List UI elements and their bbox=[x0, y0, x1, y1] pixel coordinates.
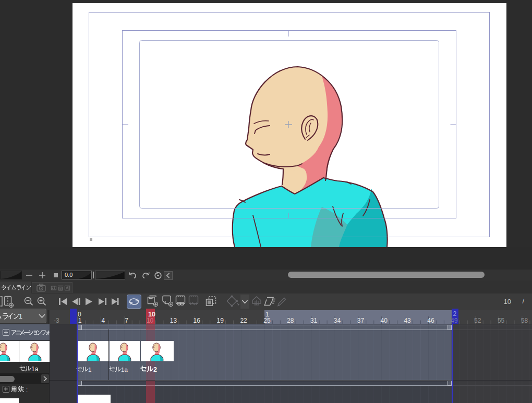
svg-text:13: 13 bbox=[170, 317, 177, 324]
svg-text:7: 7 bbox=[125, 317, 128, 324]
svg-text:10: 10 bbox=[148, 311, 155, 318]
svg-text:2: 2 bbox=[153, 366, 157, 373]
svg-text::: : bbox=[26, 386, 28, 393]
svg-text:1: 1 bbox=[78, 317, 82, 324]
svg-text:34: 34 bbox=[334, 317, 341, 324]
svg-text:31: 31 bbox=[310, 317, 318, 324]
svg-text:46: 46 bbox=[427, 317, 434, 324]
svg-text:1: 1 bbox=[88, 367, 91, 373]
svg-text:1a: 1a bbox=[31, 365, 39, 373]
svg-text:10: 10 bbox=[147, 317, 154, 324]
svg-text:58: 58 bbox=[521, 317, 528, 324]
svg-text:22: 22 bbox=[240, 317, 247, 324]
svg-text:52: 52 bbox=[474, 317, 481, 324]
svg-text:0: 0 bbox=[78, 311, 81, 318]
svg-text:43: 43 bbox=[404, 317, 411, 324]
svg-text:37: 37 bbox=[357, 317, 365, 324]
svg-text:25: 25 bbox=[263, 317, 271, 324]
svg-text:40: 40 bbox=[381, 317, 388, 324]
svg-text:-3: -3 bbox=[54, 317, 59, 324]
svg-text:4: 4 bbox=[102, 317, 105, 324]
svg-text:2: 2 bbox=[453, 310, 457, 317]
svg-text:55: 55 bbox=[498, 317, 505, 324]
svg-text:19: 19 bbox=[217, 317, 224, 324]
svg-text:49: 49 bbox=[451, 317, 458, 324]
svg-text:1: 1 bbox=[265, 311, 269, 318]
svg-text:28: 28 bbox=[287, 317, 294, 324]
svg-text:16: 16 bbox=[194, 317, 201, 324]
svg-text:1a: 1a bbox=[121, 367, 128, 373]
